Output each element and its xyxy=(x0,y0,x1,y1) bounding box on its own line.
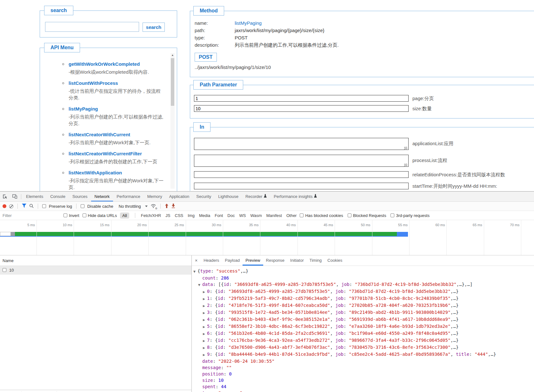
filter-chip-all[interactable]: All xyxy=(120,213,129,219)
3rd-party-requests-checkbox[interactable] xyxy=(390,213,394,217)
expand-arrow-icon[interactable]: ▶ xyxy=(203,338,207,344)
filter-chip-fetch-xhr[interactable]: Fetch/XHR xyxy=(141,213,161,218)
filter-chip-js[interactable]: JS xyxy=(165,213,170,218)
json-row[interactable]: ▶6: {id: "561b32e6-4b80-4c1d-85da-2fa2cd… xyxy=(192,330,534,337)
method-name-value[interactable]: listMyPaging xyxy=(235,20,262,26)
json-row[interactable]: ▶1: {id: "29fb5219-5af3-49c7-8b82-cd5796… xyxy=(192,295,534,302)
resize-handle-icon[interactable] xyxy=(404,147,407,150)
filter-icon[interactable] xyxy=(22,204,26,209)
chevron-down-icon[interactable] xyxy=(145,206,148,208)
detail-tab-payload[interactable]: Payload xyxy=(222,255,243,266)
filter-option-has-blocked-cookies[interactable]: Has blocked cookies xyxy=(300,213,343,218)
json-row[interactable]: size: 10 xyxy=(192,377,534,383)
detail-tab-response[interactable]: Response xyxy=(263,255,288,266)
devtools-tab-lighthouse[interactable]: Lighthouse xyxy=(215,192,242,201)
filter-chip-manifest[interactable]: Manifest xyxy=(266,213,282,218)
network-overview[interactable]: 5 ms10 ms15 ms20 ms25 ms30 ms35 ms40 ms4… xyxy=(0,220,534,255)
request-row-checkbox[interactable] xyxy=(3,268,6,272)
api-method-link-listnextcreatorwithcurrent[interactable]: listNextCreatorWithCurrent xyxy=(69,132,164,137)
json-row[interactable]: ▶5: {id: "86558ef2-3b10-4dbc-86a2-6cf3eb… xyxy=(192,323,534,330)
expand-arrow-icon[interactable]: ▼ xyxy=(198,282,202,288)
size-param-input[interactable] xyxy=(194,105,409,112)
json-row[interactable]: ▶0: {id: "36693df8-a625-4999-a285-27db78… xyxy=(192,288,534,295)
scrollbar-thumb[interactable] xyxy=(171,58,174,106)
api-method-link-listcountwithprocess[interactable]: listCountWithProcess xyxy=(69,80,164,86)
devtools-tab-security[interactable]: Security xyxy=(193,192,215,201)
relate-edition-process-input[interactable] xyxy=(194,171,409,178)
disable-cache-checkbox[interactable] xyxy=(81,204,84,208)
json-row[interactable]: ▶2: {id: "4718fe76-51f3-499f-8d14-607cea… xyxy=(192,302,534,309)
api-method-link-getwithworkorworkcompleted[interactable]: getWithWorkOrWorkCompleted xyxy=(69,61,164,67)
expand-arrow-icon[interactable]: ▶ xyxy=(203,331,207,337)
search-input[interactable] xyxy=(45,22,139,32)
invert-checkbox[interactable] xyxy=(63,213,67,217)
json-row[interactable]: ▶4: {id: "062c361b-b403-43ef-9f9c-0ee385… xyxy=(192,316,534,323)
devtools-tab-sources[interactable]: Sources xyxy=(69,192,91,201)
name-column-header[interactable]: Name xyxy=(0,255,191,266)
filter-input[interactable] xyxy=(0,211,60,220)
expand-arrow-icon[interactable]: ▶ xyxy=(203,317,207,323)
post-button[interactable]: POST xyxy=(195,53,217,62)
json-row[interactable]: position: 0 xyxy=(192,371,534,377)
filter-chip-css[interactable]: CSS xyxy=(175,213,184,218)
filter-chip-doc[interactable]: Doc xyxy=(227,213,235,218)
inspect-element-icon[interactable] xyxy=(0,192,10,201)
import-har-icon[interactable] xyxy=(165,204,169,209)
devtools-tab-performance[interactable]: Performance xyxy=(113,192,144,201)
detail-tab-cookies[interactable]: Cookies xyxy=(324,255,345,266)
request-row[interactable]: 10 xyxy=(0,266,191,274)
api-method-link-listnextwithapplication[interactable]: listNextWithApplication xyxy=(69,170,164,175)
search-icon[interactable] xyxy=(29,204,34,209)
devtools-tab-recorder[interactable]: Recorder xyxy=(242,192,270,201)
api-method-link-listmypaging[interactable]: listMyPaging xyxy=(69,106,164,112)
devtools-tab-memory[interactable]: Memory xyxy=(144,192,166,201)
hide-data-urls-checkbox[interactable] xyxy=(83,213,86,217)
expand-arrow-icon[interactable]: ▼ xyxy=(193,268,197,275)
devtools-tab-elements[interactable]: Elements xyxy=(23,192,47,201)
expand-arrow-icon[interactable]: ▶ xyxy=(203,324,207,330)
json-row[interactable]: ▼data: [{id: "36693df8-a625-4999-a285-27… xyxy=(192,281,534,288)
filter-chip-font[interactable]: Font xyxy=(215,213,223,218)
api-method-link-listnextcreatorwithcurrentfilter[interactable]: listNextCreatorWithCurrentFilter xyxy=(69,151,164,156)
invert-filter[interactable]: Invert xyxy=(63,213,79,218)
json-row[interactable]: ▶9: {id: "8ba44446-b4e9-44b1-87d4-51ce3a… xyxy=(192,351,534,358)
process-list-textarea[interactable] xyxy=(194,155,409,167)
request-row-name[interactable]: 10 xyxy=(9,268,14,273)
expand-arrow-icon[interactable]: ▶ xyxy=(203,303,207,309)
detail-tab-initiator[interactable]: Initiator xyxy=(287,255,307,266)
json-row[interactable]: date: "2022-06-24 10:30:55" xyxy=(192,358,534,364)
scrollbar-up-icon[interactable]: ▲ xyxy=(170,53,175,57)
search-button[interactable]: search xyxy=(143,23,165,32)
devtools-tab-performance-insights[interactable]: Performance insights xyxy=(270,192,320,201)
json-row[interactable]: ▶7: {id: "cc176cba-9e36-4ca3-92ea-a54f73… xyxy=(192,337,534,344)
preserve-log-checkbox[interactable] xyxy=(42,204,46,208)
device-toolbar-icon[interactable] xyxy=(10,192,20,201)
expand-arrow-icon[interactable]: ▶ xyxy=(203,296,207,302)
devtools-tab-console[interactable]: Console xyxy=(47,192,69,201)
json-row[interactable]: message: "" xyxy=(192,364,534,371)
api-menu-scrollbar[interactable]: ▲ xyxy=(170,53,175,189)
json-row[interactable]: spent: 44 xyxy=(192,383,534,390)
start-time-input[interactable] xyxy=(194,183,409,189)
filter-option-3rd-party-requests[interactable]: 3rd-party requests xyxy=(390,213,430,218)
page-param-input[interactable] xyxy=(194,95,409,102)
filter-option-blocked-requests[interactable]: Blocked Requests xyxy=(348,213,386,218)
record-icon[interactable] xyxy=(3,204,6,208)
filter-chip-other[interactable]: Other xyxy=(286,213,297,218)
network-conditions-icon[interactable]: ⚙ xyxy=(150,204,156,209)
blocked-requests-checkbox[interactable] xyxy=(348,213,351,217)
filter-chip-img[interactable]: Img xyxy=(188,213,195,218)
has-blocked-cookies-checkbox[interactable] xyxy=(300,213,304,217)
json-row[interactable]: type: "success" xyxy=(192,390,534,392)
export-har-icon[interactable] xyxy=(171,204,175,209)
detail-tab-timing[interactable]: Timing xyxy=(307,255,325,266)
expand-arrow-icon[interactable]: ▶ xyxy=(203,310,207,316)
filter-chip-ws[interactable]: WS xyxy=(239,213,246,218)
json-row[interactable]: ▼{type: "success",…} xyxy=(192,268,534,275)
json-row[interactable]: ▶3: {id: "993515f8-1e72-4ad5-be34-0571b0… xyxy=(192,309,534,316)
expand-arrow-icon[interactable]: ▶ xyxy=(203,352,207,358)
resize-handle-icon[interactable] xyxy=(404,164,407,167)
close-icon[interactable]: × xyxy=(192,255,201,266)
application-list-textarea[interactable] xyxy=(194,138,409,150)
detail-tab-preview[interactable]: Preview xyxy=(243,255,263,266)
